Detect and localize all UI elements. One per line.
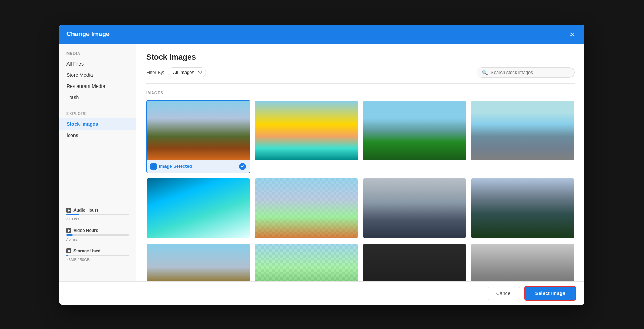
filter-left: Filter By: All Images Photos Illustratio…	[146, 67, 206, 77]
image-thumbnail-3	[363, 101, 466, 160]
sidebar-stats: ▶ Audio Hours / 10 hrs ▶ Video Hours	[59, 202, 136, 274]
sidebar-media-section: MEDIA All Files Store Media Restaurant M…	[59, 51, 136, 103]
sidebar-item-icons[interactable]: Icons	[59, 130, 136, 141]
video-hours-label: ▶ Video Hours	[66, 228, 129, 233]
audio-bar	[66, 214, 129, 215]
sidebar-explore-section: EXPLORE Stock Images Icons	[59, 111, 136, 141]
images-grid: 👤 Image Selected ✓	[146, 100, 575, 281]
modal-header: Change Image ×	[59, 25, 584, 44]
content-header: Stock Images Filter By: All Images Photo…	[136, 44, 584, 83]
sidebar-media-label: MEDIA	[59, 51, 136, 58]
search-box: 🔍	[477, 67, 575, 78]
image-card-12[interactable]	[471, 243, 575, 281]
audio-bar-fill	[66, 214, 79, 215]
modal-body: MEDIA All Files Store Media Restaurant M…	[59, 44, 584, 281]
storage-icon: ■	[66, 248, 71, 253]
cancel-button[interactable]: Cancel	[488, 287, 520, 300]
image-thumbnail-5	[147, 178, 250, 238]
storage-bar-fill	[66, 255, 68, 256]
video-icon: ▶	[66, 228, 71, 233]
image-thumbnail-11	[363, 244, 466, 281]
page-title: Stock Images	[146, 53, 575, 62]
modal-footer: Cancel Select Image	[59, 281, 584, 305]
image-selected-label: 👤 Image Selected ✓	[147, 160, 250, 173]
search-input[interactable]	[491, 70, 569, 75]
image-thumbnail-4	[471, 101, 574, 160]
sidebar: MEDIA All Files Store Media Restaurant M…	[59, 44, 136, 281]
image-card-9[interactable]	[146, 243, 250, 281]
sidebar-explore-label: EXPLORE	[59, 111, 136, 118]
image-card-1[interactable]: 👤 Image Selected ✓	[146, 100, 250, 173]
storage-value: 46MB / 50GB	[66, 258, 129, 262]
image-thumbnail-8	[471, 178, 574, 238]
image-card-7[interactable]	[363, 178, 467, 239]
image-selected-icon: 👤 Image Selected	[150, 163, 192, 170]
image-card-4[interactable]	[471, 100, 575, 173]
image-card-3[interactable]	[363, 100, 467, 173]
sidebar-item-restaurant-media[interactable]: Restaurant Media	[59, 81, 136, 92]
video-bar	[66, 234, 129, 236]
image-card-8[interactable]	[471, 178, 575, 239]
image-thumbnail-6	[255, 178, 358, 238]
image-card-11[interactable]	[363, 243, 467, 281]
modal-close-button[interactable]: ×	[567, 29, 578, 40]
image-card-5[interactable]	[146, 178, 250, 239]
storage-stat: ■ Storage Used 46MB / 50GB	[66, 248, 129, 262]
image-thumbnail-1	[147, 101, 250, 160]
image-thumbnail-9	[147, 244, 250, 281]
selected-text: Image Selected	[159, 164, 192, 169]
image-card-6[interactable]	[254, 178, 358, 239]
image-thumbnail-2	[255, 101, 358, 160]
modal-overlay: Change Image × MEDIA All Files Store Med…	[0, 0, 644, 329]
filter-label: Filter By:	[146, 70, 164, 75]
image-card-2[interactable]	[254, 100, 358, 173]
sidebar-item-all-files[interactable]: All Files	[59, 58, 136, 69]
person-icon: 👤	[150, 163, 157, 170]
select-image-button[interactable]: Select Image	[524, 286, 576, 301]
image-card-10[interactable]	[254, 243, 358, 281]
images-section-label: IMAGES	[146, 91, 575, 95]
video-hours-stat: ▶ Video Hours / 5 hrs	[66, 228, 129, 241]
filter-bar: Filter By: All Images Photos Illustratio…	[146, 67, 575, 78]
sidebar-item-trash[interactable]: Trash	[59, 92, 136, 103]
main-content: Stock Images Filter By: All Images Photo…	[136, 44, 584, 281]
storage-label: ■ Storage Used	[66, 248, 129, 253]
sidebar-item-store-media[interactable]: Store Media	[59, 69, 136, 81]
audio-hours-stat: ▶ Audio Hours / 10 hrs	[66, 208, 129, 221]
video-bar-fill	[66, 234, 73, 236]
search-icon: 🔍	[482, 70, 488, 75]
video-value: / 5 hrs	[66, 237, 129, 241]
modal-title: Change Image	[66, 30, 110, 38]
audio-icon: ▶	[66, 208, 71, 213]
image-thumbnail-10	[255, 244, 358, 281]
filter-dropdown[interactable]: All Images Photos Illustrations	[168, 67, 206, 77]
image-thumbnail-7	[363, 178, 466, 238]
audio-hours-label: ▶ Audio Hours	[66, 208, 129, 213]
sidebar-item-stock-images[interactable]: Stock Images	[59, 118, 136, 130]
storage-bar	[66, 255, 129, 256]
divider	[146, 83, 575, 84]
image-thumbnail-12	[471, 244, 574, 281]
change-image-modal: Change Image × MEDIA All Files Store Med…	[59, 25, 584, 305]
images-section: IMAGES 👤 Image Selected ✓	[136, 88, 584, 281]
audio-value: / 10 hrs	[66, 217, 129, 221]
check-circle-icon: ✓	[239, 163, 246, 170]
